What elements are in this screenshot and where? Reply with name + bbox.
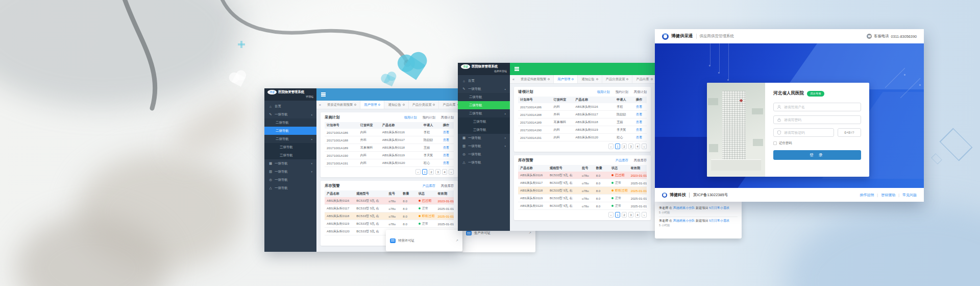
pagination-prev[interactable]: ‹ (608, 144, 614, 149)
pagination-prev[interactable]: ‹ (608, 212, 614, 218)
pagination-prev[interactable]: ‹ (415, 169, 421, 175)
footer-link[interactable]: 密钥驱动 (881, 193, 895, 198)
view-link[interactable]: 查看 (443, 130, 449, 134)
sidebar-item[interactable]: 二级导航 (458, 93, 510, 101)
card-link[interactable]: 高值计划 (634, 90, 647, 94)
sidebar-item[interactable]: △一级导航 (458, 158, 510, 166)
sidebar-item[interactable]: 三级导航 (458, 126, 510, 134)
pagination-page[interactable]: 2 (429, 169, 434, 175)
view-link[interactable]: 查看 (636, 135, 642, 139)
pagination-page[interactable]: 2 (622, 144, 627, 149)
pagination-page[interactable]: 2 (622, 212, 627, 218)
view-link[interactable]: 查看 (443, 146, 449, 149)
pagination-page[interactable]: 4 (635, 212, 640, 218)
sidebar-item[interactable]: 二级导航▴ (264, 135, 316, 143)
circuit-dot (904, 74, 905, 76)
open-icon[interactable]: ↗ (529, 231, 531, 235)
tab-active[interactable]: 用户管理 (360, 101, 384, 109)
card-link[interactable]: 高值库存 (634, 158, 647, 163)
certificate-label: 经营许可证 (398, 239, 414, 243)
tab-item[interactable]: 产品分类设置 (602, 75, 633, 83)
certificate-card[interactable]: 经营许可证 ↗ (386, 230, 462, 251)
pagination-page[interactable]: 3 (435, 169, 440, 175)
pagination-page[interactable]: 3 (628, 144, 633, 149)
cell: 内科 (552, 135, 574, 140)
feed-link[interactable]: 风驰精英小分队 (673, 206, 695, 209)
sidebar-item[interactable]: 二级导航 (264, 127, 316, 135)
sidebar-item[interactable]: 二级导航▴ (458, 109, 510, 117)
tab-label: 用户管理 (364, 103, 377, 107)
sidebar-item[interactable]: ▥一级导航▾ (264, 168, 316, 176)
remember-checkbox[interactable] (773, 141, 777, 145)
view-link[interactable]: 查看 (443, 153, 449, 157)
tab-item[interactable]: 产品分类设置 (409, 101, 439, 109)
sidebar-item[interactable]: 三级导航 (458, 117, 510, 126)
card-link[interactable]: 领用计划 (597, 90, 609, 94)
tab-item[interactable]: 通知公告 (384, 101, 408, 109)
sidebar-item[interactable]: ✎一级导航▴ (264, 110, 316, 118)
feed-link[interactable]: 风驰精英小分队 (673, 219, 695, 222)
collapse-tabs-icon[interactable]: « (510, 78, 517, 81)
sidebar-item[interactable]: ▦一级导航▾ (264, 159, 316, 168)
menu-toggle-icon[interactable] (514, 66, 519, 72)
pagination-next[interactable]: › (642, 212, 647, 218)
view-link[interactable]: 查看 (636, 128, 642, 131)
view-link[interactable]: 查看 (443, 138, 449, 141)
login-button[interactable]: 登 录 (773, 150, 861, 160)
tab-status-icon (403, 104, 405, 106)
pagination-page[interactable]: 1 (615, 144, 620, 149)
sidebar-item[interactable]: ⌂首页 (264, 102, 316, 110)
card-link[interactable]: 产品库存 (616, 158, 628, 163)
password-input[interactable]: 请填写密码 (773, 115, 861, 124)
column-header: 计划单号 (518, 98, 552, 102)
sidebar-item[interactable]: 二级导航 (264, 118, 316, 127)
feed-link[interactable]: 5月日常小需求 (709, 206, 729, 209)
footer-link[interactable]: 常见问题 (902, 193, 917, 198)
sidebar-item[interactable]: △一级导航 (264, 184, 316, 192)
pagination-page[interactable]: 3 (628, 212, 633, 218)
username-input[interactable]: 请填写用户名 (773, 103, 861, 111)
feed-link[interactable]: 5月日常小需求 (709, 219, 729, 222)
pagination-page[interactable]: 1 (422, 169, 427, 175)
sidebar-item[interactable]: ▥一级导航▾ (458, 142, 510, 150)
tab-item[interactable]: 通知公告 (578, 75, 602, 83)
sidebar-item[interactable]: ✎一级导航▴ (458, 85, 510, 93)
menu-toggle-icon[interactable] (321, 92, 326, 98)
sidebar-item[interactable]: 三级导航 (264, 151, 316, 159)
pagination-next[interactable]: › (642, 144, 647, 149)
collapse-tabs-icon[interactable]: « (316, 103, 324, 107)
card-link[interactable]: 高值库存 (441, 184, 454, 188)
card-link[interactable]: 领用计划 (404, 115, 416, 120)
cell: BC533型 5孔 右 (354, 206, 386, 211)
sidebar-item[interactable]: 二级导航 (458, 101, 510, 109)
view-link[interactable]: 查看 (636, 105, 642, 108)
captcha-image[interactable]: 6+8=? (838, 128, 861, 137)
card-link[interactable]: 产品库存 (423, 184, 435, 188)
tab-active[interactable]: 用户管理 (554, 75, 578, 83)
view-link[interactable]: 查看 (636, 112, 642, 116)
sidebar-item[interactable]: ▦一级导航▾ (458, 134, 510, 142)
pagination-page[interactable]: 4 (442, 169, 447, 175)
view-link[interactable]: 查看 (443, 161, 449, 164)
sidebar-item[interactable]: ◎一级导航 (458, 150, 510, 158)
tab-item[interactable]: 资质证件效期预警 (517, 75, 554, 83)
card-link[interactable]: 高值计划 (441, 115, 454, 120)
open-icon[interactable]: ↗ (456, 239, 458, 243)
sidebar-item[interactable]: 三级导航 (264, 143, 316, 151)
pagination-page[interactable]: 4 (635, 144, 640, 149)
tab-label: 产品分类设置 (606, 77, 625, 82)
card-link[interactable]: 预约计划 (616, 90, 628, 94)
certificate-label: 生产许可证 (474, 231, 491, 235)
pagination-next[interactable]: › (449, 169, 454, 175)
view-link[interactable]: 查看 (636, 120, 642, 124)
sidebar-item[interactable]: ◎一级导航 (264, 176, 316, 184)
footer-link[interactable]: 操作说明 (860, 193, 874, 198)
card-link[interactable]: 预约计划 (423, 115, 435, 120)
home-icon: ⌂ (268, 105, 273, 108)
sidebar-item[interactable]: ⌂首页 (458, 77, 510, 85)
captcha-input[interactable]: 请填写验证码 (773, 128, 834, 137)
icp-number[interactable]: 冀ICP备13022385号 (689, 193, 728, 198)
tab-item[interactable]: 资质证件效期预警 (324, 101, 360, 109)
tab-item[interactable]: 产品出库 (632, 75, 655, 83)
pagination-page[interactable]: 1 (615, 212, 620, 218)
